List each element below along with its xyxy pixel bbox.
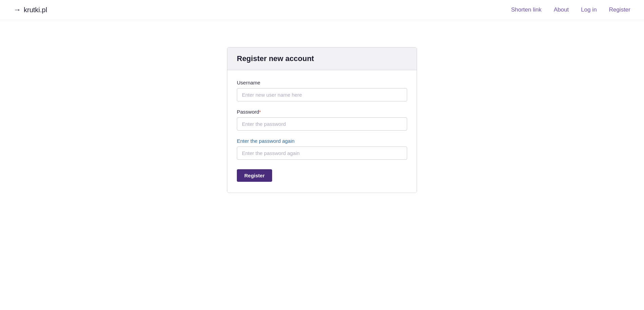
confirm-password-label: Enter the password again	[237, 138, 407, 144]
nav-register-link[interactable]: Register	[609, 6, 630, 13]
main-content: Register new account Username Password* …	[0, 20, 644, 306]
logo-arrow-icon: →	[14, 5, 21, 14]
password-input[interactable]	[237, 117, 407, 131]
required-star: *	[259, 110, 261, 115]
form-card-body: Username Password* Enter the password ag…	[227, 70, 417, 193]
nav-login-link[interactable]: Log in	[581, 6, 596, 13]
username-input[interactable]	[237, 88, 407, 101]
form-title: Register new account	[237, 54, 407, 63]
username-label: Username	[237, 80, 407, 85]
register-submit-button[interactable]: Register	[237, 169, 272, 182]
username-group: Username	[237, 80, 407, 101]
register-form-card: Register new account Username Password* …	[227, 47, 417, 193]
password-label: Password*	[237, 109, 407, 115]
logo-text: krutki.pl	[24, 6, 47, 14]
navbar: → krutki.pl Shorten link About Log in Re…	[0, 0, 644, 20]
form-card-header: Register new account	[227, 47, 417, 70]
password-group: Password*	[237, 109, 407, 131]
confirm-password-group: Enter the password again	[237, 138, 407, 160]
nav-shorten-link[interactable]: Shorten link	[511, 6, 542, 13]
logo-link[interactable]: → krutki.pl	[14, 5, 47, 14]
nav-links: Shorten link About Log in Register	[511, 6, 630, 13]
nav-about-link[interactable]: About	[554, 6, 569, 13]
confirm-password-input[interactable]	[237, 147, 407, 160]
